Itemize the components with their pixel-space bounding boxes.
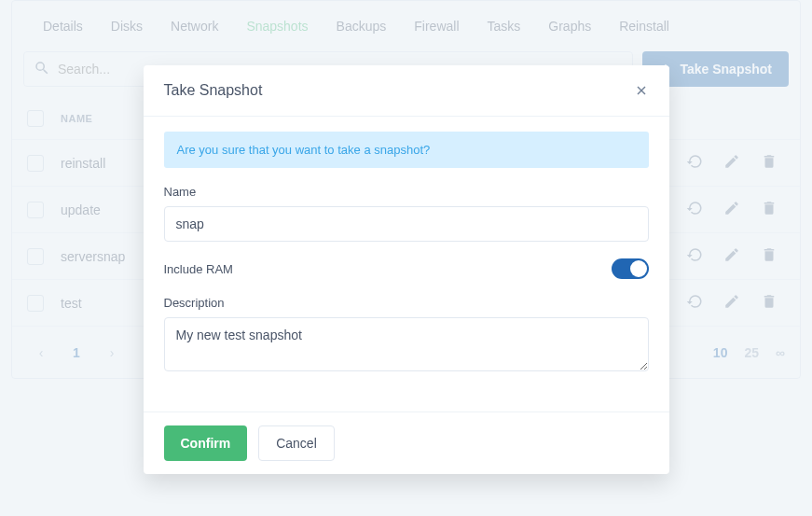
name-input[interactable]: [164, 206, 649, 242]
modal-title: Take Snapshot: [164, 82, 263, 99]
description-input[interactable]: [164, 317, 649, 371]
cancel-button[interactable]: Cancel: [258, 425, 335, 461]
include-ram-label: Include RAM: [164, 262, 233, 276]
modal-close-button[interactable]: [634, 83, 649, 98]
close-icon: [634, 86, 649, 101]
take-snapshot-modal: Take Snapshot Are you sure that you want…: [144, 65, 669, 474]
confirm-button[interactable]: Confirm: [164, 425, 248, 461]
confirm-alert: Are you sure that you want to take a sna…: [164, 132, 649, 168]
description-label: Description: [164, 296, 649, 310]
name-label: Name: [164, 185, 649, 199]
include-ram-toggle[interactable]: [612, 258, 649, 279]
toggle-knob: [630, 260, 647, 277]
